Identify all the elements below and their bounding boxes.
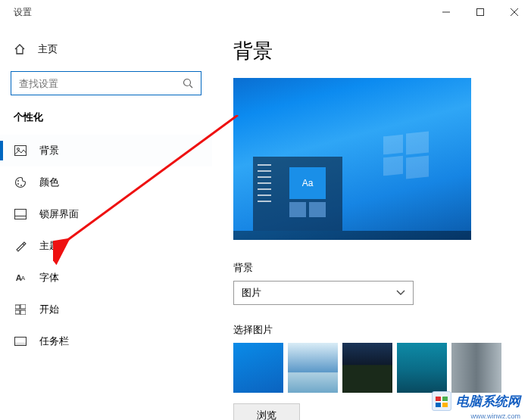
start-icon: [14, 304, 27, 315]
page-title: 背景: [233, 38, 510, 64]
sidebar-item-label: 颜色: [39, 176, 59, 189]
sidebar-item-label: 锁屏界面: [39, 207, 79, 221]
picture-thumb[interactable]: [342, 343, 392, 393]
svg-point-4: [184, 79, 191, 86]
svg-point-10: [20, 185, 22, 186]
picture-icon: [14, 145, 27, 156]
dropdown-value: 图片: [242, 286, 261, 300]
desktop-preview: Aa: [233, 78, 471, 240]
picture-thumb[interactable]: [233, 343, 283, 393]
choose-picture-label: 选择图片: [233, 323, 510, 337]
svg-rect-15: [15, 310, 20, 314]
preview-tile: Aa: [289, 167, 326, 199]
taskbar-icon: [14, 337, 27, 346]
windows-logo-icon: [383, 132, 429, 178]
sidebar: 主页 个性化 背景: [0, 24, 212, 420]
sidebar-item-label: 开始: [39, 303, 59, 316]
sidebar-item-label: 背景: [39, 144, 59, 157]
sidebar-item-start[interactable]: 开始: [0, 294, 212, 325]
sidebar-item-label: 任务栏: [39, 334, 69, 348]
svg-rect-11: [15, 210, 27, 219]
background-type-dropdown[interactable]: 图片: [233, 281, 414, 305]
sidebar-item-lockscreen[interactable]: 锁屏界面: [0, 198, 212, 230]
main-content: 背景 Aa 背景 图片: [212, 24, 531, 420]
browse-label: 浏览: [257, 409, 276, 420]
svg-point-8: [17, 180, 19, 182]
picture-thumbnails: [233, 343, 510, 393]
sidebar-item-themes[interactable]: 主题: [0, 230, 212, 262]
svg-point-7: [17, 148, 20, 151]
sidebar-item-label: 主题: [39, 239, 59, 253]
watermark-logo-icon: [432, 391, 451, 411]
maximize-button[interactable]: [463, 0, 497, 24]
window-controls: [429, 0, 531, 24]
close-button[interactable]: [497, 0, 531, 24]
svg-rect-1: [476, 9, 483, 16]
svg-point-9: [17, 183, 19, 185]
home-label: 主页: [38, 42, 58, 56]
svg-rect-12: [15, 216, 27, 219]
fonts-icon: AA: [14, 273, 27, 282]
svg-rect-16: [20, 310, 26, 315]
themes-icon: [14, 240, 27, 252]
svg-line-5: [190, 86, 193, 89]
watermark-text: 电脑系统网: [456, 393, 520, 410]
watermark: 电脑系统网 www.winwz.com: [432, 391, 520, 411]
search-icon: [183, 78, 193, 89]
sidebar-item-background[interactable]: 背景: [0, 135, 212, 166]
sidebar-item-taskbar[interactable]: 任务栏: [0, 325, 212, 357]
window-title: 设置: [14, 6, 32, 19]
background-label: 背景: [233, 261, 510, 275]
sidebar-section-title: 个性化: [0, 110, 212, 135]
titlebar: 设置: [0, 0, 531, 24]
palette-icon: [14, 176, 27, 188]
lockscreen-icon: [14, 209, 27, 219]
chevron-down-icon: [396, 290, 405, 296]
home-icon: [14, 43, 27, 55]
picture-thumb[interactable]: [451, 343, 501, 393]
search-input-container[interactable]: [11, 71, 201, 95]
minimize-button[interactable]: [429, 0, 463, 24]
watermark-url: www.winwz.com: [470, 412, 520, 420]
svg-rect-13: [15, 305, 20, 309]
preview-startmenu: Aa: [253, 157, 342, 231]
preview-taskbar: [233, 231, 471, 240]
sidebar-item-fonts[interactable]: AA 字体: [0, 262, 212, 294]
sidebar-nav: 背景 颜色 锁屏界面: [0, 135, 212, 357]
search-input[interactable]: [19, 78, 183, 89]
svg-rect-18: [15, 343, 27, 346]
svg-rect-14: [20, 304, 26, 309]
browse-button[interactable]: 浏览: [233, 403, 300, 420]
picture-thumb[interactable]: [397, 343, 447, 393]
picture-thumb[interactable]: [288, 343, 338, 393]
home-link[interactable]: 主页: [0, 38, 212, 61]
sidebar-item-label: 字体: [39, 271, 59, 285]
sidebar-item-colors[interactable]: 颜色: [0, 166, 212, 198]
